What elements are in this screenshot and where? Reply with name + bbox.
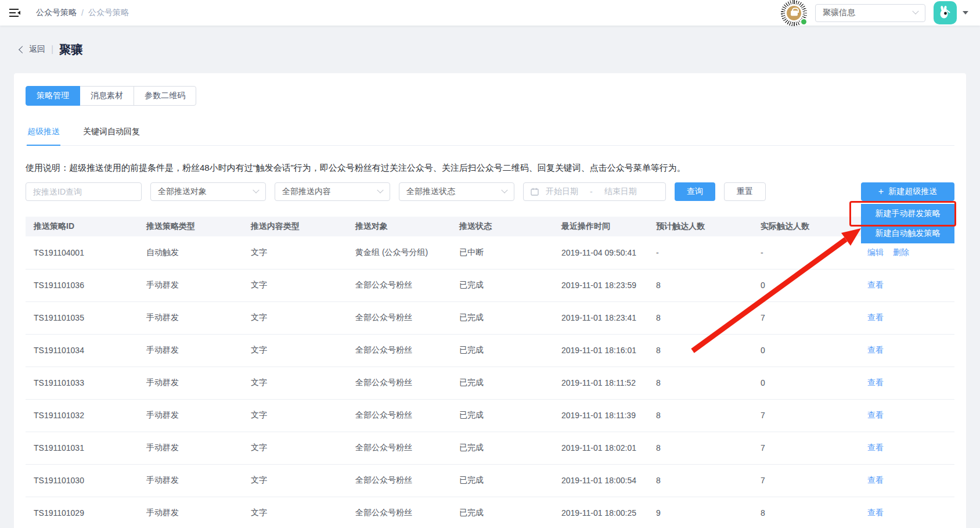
push-content-select-value: 全部推送内容	[282, 186, 331, 197]
push-target: 全部公众号粉丝	[347, 432, 451, 464]
push-status: 已完成	[451, 367, 553, 399]
actual-reach: 0	[752, 269, 859, 301]
table-row: TS191101029手动群发文字全部公众号粉丝已完成2019-11-01 18…	[26, 497, 954, 528]
subtab-super-push[interactable]: 超级推送	[27, 121, 60, 146]
row-action-link[interactable]: 查看	[867, 280, 884, 289]
last-operate-time: 2019-11-01 18:02:01	[553, 432, 648, 464]
expected-reach: 8	[648, 334, 752, 367]
push-status-select[interactable]: 全部推送状态	[399, 182, 514, 201]
push-id: TS191101032	[26, 399, 138, 432]
chevron-down-icon	[501, 187, 507, 193]
table-row: TS191101033手动群发文字全部公众号粉丝已完成2019-11-01 18…	[26, 367, 954, 399]
actual-reach: 8	[752, 497, 859, 528]
sub-tabs: 超级推送 关键词自动回复	[26, 121, 954, 146]
create-actions: + 新建超级推送 新建手动群发策略 新建自动触发策略	[861, 182, 954, 201]
push-id: TS191101034	[26, 334, 138, 367]
query-button[interactable]: 查询	[675, 182, 715, 201]
table-header-row: 推送策略ID推送策略类型推送内容类型推送对象推送状态最近操作时间预计触达人数实际…	[26, 217, 954, 236]
push-id: TS191101030	[26, 464, 138, 497]
strategy-table: 推送策略ID推送策略类型推送内容类型推送对象推送状态最近操作时间预计触达人数实际…	[26, 217, 954, 528]
row-action-link[interactable]: 查看	[867, 475, 884, 484]
last-operate-time: 2019-11-01 18:11:39	[553, 399, 648, 432]
push-target: 黄金组 (公众号分组)	[347, 236, 451, 269]
menu-item-new-manual-mass-push[interactable]: 新建手动群发策略	[861, 204, 954, 224]
push-id: TS191101035	[26, 301, 138, 334]
table-row: TS191101034手动群发文字全部公众号粉丝已完成2019-11-01 18…	[26, 334, 954, 367]
push-status: 已完成	[451, 497, 553, 528]
push-target: 全部公众号粉丝	[347, 334, 451, 367]
table-row: TS191104001自动触发文字黄金组 (公众号分组)已中断2019-11-0…	[26, 236, 954, 269]
push-status-select-value: 全部推送状态	[406, 186, 455, 197]
row-action-link[interactable]: 查看	[867, 378, 884, 387]
column-header: 最近操作时间	[553, 217, 648, 236]
row-action-link[interactable]: 删除	[893, 247, 909, 257]
row-action-link[interactable]: 查看	[867, 443, 884, 452]
push-id-search-input[interactable]	[26, 182, 142, 201]
account-select[interactable]: 聚骧信息	[815, 4, 925, 22]
breadcrumb-item[interactable]: 公众号策略	[36, 8, 77, 18]
date-range-picker[interactable]: 开始日期 - 结束日期	[523, 182, 666, 201]
chevron-down-icon	[377, 187, 383, 193]
row-actions: 查看	[859, 432, 954, 464]
user-menu-caret-icon[interactable]	[963, 11, 968, 15]
expected-reach: 8	[648, 301, 752, 334]
table-row: TS191101030手动群发文字全部公众号粉丝已完成2019-11-01 18…	[26, 464, 954, 497]
new-super-push-button[interactable]: + 新建超级推送	[861, 182, 954, 201]
page-header: 返回 | 聚骧	[0, 26, 980, 73]
expected-reach: 8	[648, 269, 752, 301]
column-header: 实际触达人数	[752, 217, 859, 236]
push-type: 手动群发	[138, 367, 243, 399]
actual-reach: 0	[752, 334, 859, 367]
expected-reach: 8	[648, 464, 752, 497]
expected-reach: 8	[648, 399, 752, 432]
row-action-link[interactable]: 编辑	[867, 247, 884, 257]
date-end-placeholder: 结束日期	[604, 186, 637, 197]
rabbit-logo-icon	[938, 5, 953, 20]
column-header: 推送对象	[347, 217, 451, 236]
top-navbar: 公众号策略 / 公众号策略 聚骧信息	[0, 0, 980, 26]
row-actions: 查看	[859, 367, 954, 399]
expected-reach: 8	[648, 367, 752, 399]
back-button[interactable]: 返回	[29, 44, 45, 55]
content-type: 文字	[243, 367, 347, 399]
table-row: TS191101031手动群发文字全部公众号粉丝已完成2019-11-01 18…	[26, 432, 954, 464]
reset-button[interactable]: 重置	[724, 182, 766, 201]
tab-strategy-management[interactable]: 策略管理	[26, 86, 80, 106]
chevron-down-icon	[253, 187, 259, 193]
menu-item-new-auto-trigger[interactable]: 新建自动触发策略	[861, 224, 954, 243]
column-header: 推送策略类型	[138, 217, 243, 236]
push-id: TS191101033	[26, 367, 138, 399]
subtab-keyword-auto-reply[interactable]: 关键词自动回复	[82, 121, 140, 146]
row-action-link[interactable]: 查看	[867, 508, 884, 517]
push-target-select[interactable]: 全部推送对象	[150, 182, 266, 201]
push-target: 全部公众号粉丝	[347, 367, 451, 399]
tab-message-material[interactable]: 消息素材	[80, 86, 134, 106]
row-action-link[interactable]: 查看	[867, 410, 884, 419]
last-operate-time: 2019-11-01 18:16:01	[553, 334, 648, 367]
user-avatar[interactable]	[934, 1, 957, 24]
actual-reach: 7	[752, 464, 859, 497]
tab-parameter-qrcode[interactable]: 参数二维码	[134, 86, 196, 106]
content-type: 文字	[243, 464, 347, 497]
last-operate-time: 2019-11-01 18:00:54	[553, 464, 648, 497]
push-target: 全部公众号粉丝	[347, 399, 451, 432]
content-type: 文字	[243, 269, 347, 301]
chevron-down-icon	[912, 8, 918, 15]
breadcrumb: 公众号策略 / 公众号策略	[36, 8, 129, 18]
push-type: 手动群发	[138, 464, 243, 497]
topbar-right-tools: 聚骧信息	[781, 0, 971, 26]
last-operate-time: 2019-11-01 18:11:52	[553, 367, 648, 399]
push-status: 已完成	[451, 269, 553, 301]
menu-fold-icon[interactable]	[9, 8, 22, 18]
content-type: 文字	[243, 236, 347, 269]
row-action-link[interactable]: 查看	[867, 345, 884, 354]
table-row: TS191101032手动群发文字全部公众号粉丝已完成2019-11-01 18…	[26, 399, 954, 432]
push-content-select[interactable]: 全部推送内容	[275, 182, 390, 201]
miniprogram-qr-avatar[interactable]	[781, 0, 807, 26]
row-action-link[interactable]: 查看	[867, 313, 884, 322]
content-type: 文字	[243, 432, 347, 464]
push-type: 自动触发	[138, 236, 243, 269]
back-chevron-icon[interactable]	[19, 46, 26, 53]
last-operate-time: 2019-11-01 18:00:25	[553, 497, 648, 528]
push-target: 全部公众号粉丝	[347, 497, 451, 528]
